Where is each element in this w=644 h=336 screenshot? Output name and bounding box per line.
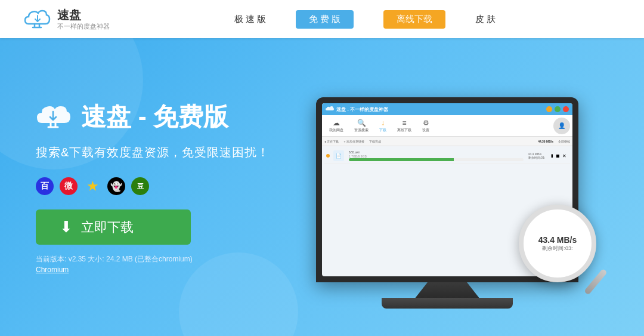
logo-title: 速盘 [57,8,110,22]
app-logo-icon [326,106,334,113]
user-avatar: 👤 [553,118,570,134]
status-downloading: ● 正在下载 [324,140,339,143]
download-icon: ⬇ [60,218,73,236]
tool-mycloud: ☁ 我的网盘 [324,118,348,134]
tool-label-2: 资源搜索 [354,128,369,133]
pause-btn: ⏸ [549,153,554,159]
speed-text: 43.4 MB/s 剩余时间:03: [528,152,545,159]
magnifier-handle [584,269,608,295]
search-tool-icon: 🔍 [357,119,366,127]
add-share-link: + 添加分享链接 [343,140,364,143]
nav-item-offline[interactable]: 离线下载 [383,10,445,29]
app-titlebar: 速盘 - 不一样的度盘神器 [322,103,572,115]
stop-btn: ⏹ [556,153,561,159]
social-icons-row: 百 微 ★ 👻 豆 [36,177,322,195]
tool-label-3: 下载 [379,128,386,133]
file-info: 6.51.avi 1.7GB/9.9GB [346,150,526,161]
tool-search: 🔍 资源搜索 [349,118,373,134]
download-tool-icon: ↓ [381,119,385,127]
download-row-1: 📄 6.51.avi 1.7GB/9.9GB [324,149,570,164]
speed-badge: 44.36 MB/s [538,140,553,143]
app-titlebar-text: 速盘 - 不一样的度盘神器 [336,106,388,113]
tool-offline: ≡ 离线下载 [392,118,416,134]
douban-icon[interactable]: 豆 [131,177,149,195]
app-toolbar: ☁ 我的网盘 🔍 资源搜索 ↓ 下载 [322,115,572,137]
tool-settings: ⚙ 设置 [417,118,434,134]
nav-area: 极 速 版 免 费 版 离线下载 皮 肤 [110,10,620,29]
nav-item-speed[interactable]: 极 速 版 [234,14,266,25]
cloud-tool-icon: ☁ [333,119,340,127]
hero-title-row: 速盘 - 免费版 [36,100,322,134]
logo-cloud-icon [24,7,51,31]
snapchat-icon[interactable]: 👻 [107,177,125,195]
magnifier-content: 43.4 MB/s 剩余时间:03: [536,233,580,255]
magnifier-speed: 43.4 MB/s [538,235,577,245]
monitor-stand [414,282,480,299]
logo-area: 速盘 不一样的度盘神器 [24,7,110,31]
nav-item-skin[interactable]: 皮 肤 [475,14,496,25]
download-button[interactable]: ⬇ 立即下载 [36,209,191,245]
tool-download: ↓ 下载 [374,118,391,134]
monitor-wrap: 速盘 - 不一样的度盘神器 ☁ 我的网盘 [298,97,596,336]
hero-right-content: 速盘 - 不一样的度盘神器 ☁ 我的网盘 [322,38,608,336]
settings-tool-icon: ⚙ [423,119,429,127]
version-info: 当前版本: v2.35 大小: 24.2 MB (已整合chromium) [36,255,193,263]
progress-bar-1 [349,158,524,161]
delete-btn: ✕ [562,153,566,159]
hero-cloud-icon [36,102,72,132]
download-btn-label: 立即下载 [81,218,134,236]
sub-toolbar: ● 正在下载 + 添加分享链接 下载完成 44.36 MB/s 全部继续 [322,137,572,146]
baidu-icon[interactable]: 百 [36,177,54,195]
close-btn [563,106,569,112]
hero-description: 搜索&下载有效度盘资源，免受限速困扰！ [36,144,322,161]
status-dot [326,154,330,158]
file-icon-1: 📄 [333,150,344,161]
star-icon[interactable]: ★ [83,177,101,195]
monitor-base [382,298,513,309]
progress-fill-1 [349,158,454,161]
header: 速盘 不一样的度盘神器 极 速 版 免 费 版 离线下载 皮 肤 [0,0,644,38]
weibo-icon[interactable]: 微 [60,177,78,195]
hero-section: 速盘 - 免费版 搜索&下载有效度盘资源，免受限速困扰！ 百 微 ★ 👻 豆 ⬇… [0,38,644,336]
hero-title: 速盘 - 免费版 [81,100,228,134]
maximize-btn [555,106,561,112]
hero-left-content: 速盘 - 免费版 搜索&下载有效度盘资源，免受限速困扰！ 百 微 ★ 👻 豆 ⬇… [36,100,322,274]
minimize-btn [546,106,552,112]
offline-tool-icon: ≡ [402,119,406,127]
remaining: 剩余时间:03: [528,156,545,159]
action-buttons: ⏸ ⏹ ✕ [547,153,568,159]
chromium-link[interactable]: Chromium [36,266,322,274]
magnifier: 43.4 MB/s 剩余时间:03: [519,205,614,300]
nav-item-free[interactable]: 免 费 版 [296,10,354,29]
tool-label-1: 我的网盘 [329,128,343,133]
logo-subtitle: 不一样的度盘神器 [57,22,110,31]
logo-text: 速盘 不一样的度盘神器 [57,8,110,31]
all-resume-label: 全部继续 [558,140,570,143]
download-complete: 下载完成 [369,140,381,143]
tool-label-4: 离线下载 [397,128,411,133]
magnifier-label: 剩余时间:03: [538,245,577,252]
magnifier-glass: 43.4 MB/s 剩余时间:03: [519,205,596,282]
tool-label-5: 设置 [422,128,429,133]
filename: 6.51.avi [349,150,524,154]
